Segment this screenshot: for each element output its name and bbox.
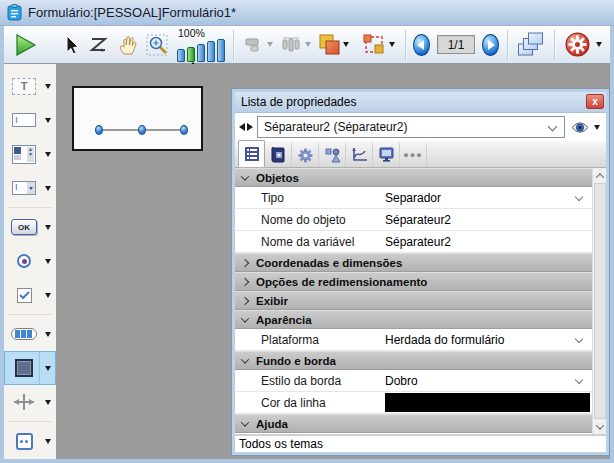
chevron-down-icon: [45, 293, 51, 298]
close-button[interactable]: x: [586, 94, 604, 109]
tab-objects[interactable]: [319, 143, 346, 167]
chevron-right-icon: [241, 296, 249, 304]
tool-list-box[interactable]: ▲▼: [4, 137, 56, 171]
chevron-down-icon: [241, 314, 249, 322]
tool-dropdown[interactable]: [39, 424, 53, 458]
tool-check-box[interactable]: [4, 278, 56, 312]
scroll-down-button[interactable]: [593, 419, 606, 434]
themes-footer[interactable]: Todos os temas: [235, 434, 606, 452]
section-exibir[interactable]: Exibir: [235, 291, 592, 310]
section-fundo-e-borda[interactable]: Fundo e borda: [235, 351, 592, 370]
section-label: Aparência: [256, 314, 312, 326]
tab-settings[interactable]: [292, 143, 319, 167]
chevron-down-icon[interactable]: [305, 42, 311, 47]
selection-handle[interactable]: [180, 125, 188, 135]
vertical-scrollbar[interactable]: [592, 168, 606, 434]
next-page-button[interactable]: [482, 34, 498, 56]
previous-page-button[interactable]: [413, 34, 429, 56]
form-canvas[interactable]: Lista de propriedades x Séparateur2 (Sép…: [56, 64, 610, 459]
tool-progress-indicator[interactable]: [4, 317, 56, 351]
tab-display[interactable]: [373, 143, 400, 167]
property-list-panel: Lista de propriedades x Séparateur2 (Sép…: [232, 89, 609, 455]
tool-plug-in[interactable]: [4, 424, 56, 458]
line-color-swatch[interactable]: [385, 393, 590, 412]
panel-titlebar[interactable]: Lista de propriedades x: [235, 92, 606, 113]
zoom-bar[interactable]: [197, 44, 205, 62]
zoom-bar-current[interactable]: [187, 47, 195, 62]
tool-combo-box[interactable]: I: [4, 171, 56, 205]
tool-dropdown[interactable]: [39, 171, 53, 205]
section-redimensionamento[interactable]: Opções de redimensionamento: [235, 272, 592, 291]
combo-box-tool-icon: I: [9, 181, 39, 195]
tab-properties-list[interactable]: [238, 140, 265, 167]
chevron-down-icon[interactable]: [389, 42, 395, 47]
section-objetos[interactable]: Objetos: [235, 168, 592, 187]
tool-text[interactable]: T: [4, 69, 56, 103]
tool-splitter[interactable]: [4, 385, 56, 419]
scroll-up-button[interactable]: [593, 168, 606, 183]
property-value-field[interactable]: Séparateur2: [383, 231, 592, 252]
tool-rectangle-selected[interactable]: [4, 351, 56, 385]
toolbar-separator: [554, 30, 555, 60]
next-object-icon[interactable]: [247, 123, 253, 131]
tool-dropdown[interactable]: [39, 103, 53, 137]
chevron-down-icon[interactable]: [343, 42, 349, 47]
tool-dropdown[interactable]: [39, 137, 53, 171]
entry-order-tool-button[interactable]: [86, 34, 112, 56]
tool-dropdown[interactable]: [39, 69, 53, 103]
zoom-level-widget[interactable]: 100%: [177, 28, 225, 62]
tool-dropdown[interactable]: [39, 351, 53, 385]
tool-button[interactable]: OK: [4, 210, 56, 244]
pages-button[interactable]: [515, 31, 546, 58]
property-label: Estilo da borda: [235, 374, 383, 388]
zoom-tool-button[interactable]: [144, 33, 170, 57]
tool-dropdown[interactable]: [39, 278, 53, 312]
window-titlebar[interactable]: Formulário:[PESSOAL]Formulário1*: [0, 0, 614, 26]
distribute-button[interactable]: [278, 35, 313, 54]
tool-dropdown[interactable]: [39, 210, 53, 244]
arrow-right-icon: [488, 40, 495, 50]
section-ajuda[interactable]: Ajuda: [235, 414, 592, 433]
section-aparencia[interactable]: Aparência: [235, 310, 592, 329]
property-value-dropdown[interactable]: Dobro: [383, 370, 592, 391]
object-selector[interactable]: Séparateur2 (Séparateur2): [257, 116, 565, 138]
page-indicator: 1/1: [437, 35, 475, 54]
zoom-bars[interactable]: [177, 39, 225, 62]
property-value-field[interactable]: Séparateur2: [383, 209, 592, 230]
tool-dropdown[interactable]: [39, 244, 53, 278]
tool-dropdown[interactable]: [39, 385, 53, 419]
tool-radio-button[interactable]: [4, 244, 56, 278]
chevron-down-icon: [596, 421, 604, 429]
object-nav-arrows[interactable]: [239, 123, 253, 131]
tool-dropdown[interactable]: [39, 317, 53, 351]
selection-handle[interactable]: [138, 125, 146, 135]
form-page[interactable]: [72, 86, 203, 151]
property-value-dropdown[interactable]: Separador: [383, 187, 592, 208]
tab-events[interactable]: [346, 143, 373, 167]
settings-button[interactable]: [563, 31, 604, 58]
scrollbar-thumb[interactable]: [594, 183, 606, 419]
align-button[interactable]: [242, 35, 275, 54]
view-options-button[interactable]: [569, 121, 602, 134]
hand-tool-button[interactable]: [115, 33, 141, 57]
line-color-picker[interactable]: [383, 392, 592, 413]
zoom-bar[interactable]: [207, 41, 215, 62]
chevron-right-icon: [241, 277, 249, 285]
section-coordenadas[interactable]: Coordenadas e dimensões: [235, 253, 592, 272]
tab-more[interactable]: ●●●: [400, 143, 427, 167]
tool-input[interactable]: I: [4, 103, 56, 137]
chevron-down-icon[interactable]: [596, 42, 602, 47]
zoom-bar[interactable]: [217, 39, 225, 62]
pointer-tool-button[interactable]: [59, 33, 83, 57]
object-toolbar: T I ▲▼ I OK: [4, 64, 56, 459]
selection-handle[interactable]: [95, 125, 103, 135]
layers-button[interactable]: [316, 33, 351, 56]
selection-mode-button[interactable]: [360, 33, 397, 56]
property-value-dropdown[interactable]: Herdada do formulário: [383, 329, 592, 350]
chevron-down-icon[interactable]: [267, 42, 273, 47]
property-label: Cor da linha: [235, 396, 383, 410]
tab-photo-library[interactable]: [265, 143, 292, 167]
run-button[interactable]: [10, 31, 40, 59]
previous-object-icon[interactable]: [239, 123, 245, 131]
zoom-bar[interactable]: [177, 49, 185, 62]
